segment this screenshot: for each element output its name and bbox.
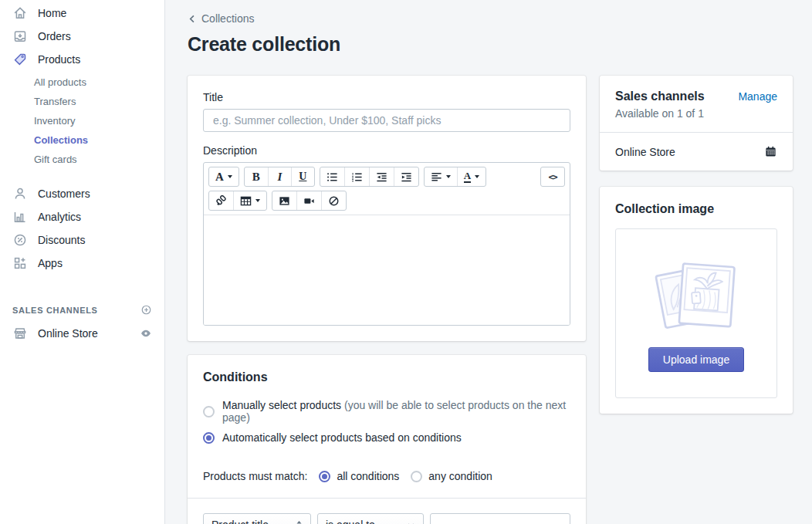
title-input[interactable] <box>203 109 570 132</box>
apps-icon <box>12 255 28 271</box>
numbered-list-icon <box>351 171 363 183</box>
sidebar-item-label: Online Store <box>38 327 98 340</box>
home-icon <box>12 5 28 21</box>
description-textarea[interactable] <box>204 215 570 325</box>
sidebar-item-gift-cards[interactable]: Gift cards <box>0 150 164 169</box>
sidebar-item-label: Orders <box>38 30 71 42</box>
text-color-button[interactable]: A <box>457 167 486 186</box>
collection-image-title: Collection image <box>615 202 777 216</box>
underline-button[interactable]: U <box>291 167 314 186</box>
condition-relation-select[interactable]: is equal to <box>317 513 424 524</box>
condition-row: Product title is equal to <box>188 498 586 524</box>
condition-field-select[interactable]: Product title <box>203 513 311 524</box>
chevron-left-icon <box>188 14 198 24</box>
sidebar-item-home[interactable]: Home <box>0 2 164 25</box>
sales-channels-header: SALES CHANNELS <box>0 299 164 320</box>
match-any-radio[interactable] <box>411 471 422 482</box>
sidebar-item-all-products[interactable]: All products <box>0 73 164 92</box>
photos-placeholder-illustration <box>648 255 745 334</box>
match-any-label: any condition <box>428 470 492 482</box>
breadcrumb[interactable]: Collections <box>188 12 254 25</box>
bold-button[interactable]: B <box>245 167 268 186</box>
analytics-icon <box>12 209 28 225</box>
products-match-label: Products must match: <box>203 470 307 482</box>
manual-select-radio[interactable] <box>203 406 215 418</box>
indent-button[interactable] <box>394 167 418 186</box>
underline-icon: U <box>299 171 306 183</box>
clear-formatting-button[interactable] <box>321 191 346 210</box>
view-store-eye-icon[interactable] <box>140 327 152 340</box>
sidebar-item-apps[interactable]: Apps <box>0 252 164 275</box>
sidebar-item-customers[interactable]: Customers <box>0 182 164 205</box>
insert-image-button[interactable] <box>272 191 296 210</box>
sidebar-item-label: Analytics <box>38 211 81 223</box>
add-channel-icon[interactable] <box>140 304 152 316</box>
sidebar-item-discounts[interactable]: Discounts <box>0 228 164 252</box>
sidebar-item-orders[interactable]: Orders <box>0 25 164 48</box>
sales-channels-card: Sales channels Manage Available on 1 of … <box>600 76 793 171</box>
font-style-button[interactable]: A <box>209 167 239 186</box>
sidebar-item-label: Discounts <box>38 234 85 246</box>
products-match-row: Products must match: all conditions any … <box>203 470 570 482</box>
bold-icon: B <box>252 171 260 184</box>
auto-select-label: Automatically select products based on c… <box>222 431 462 444</box>
match-any-option[interactable]: any condition <box>411 470 492 482</box>
sidebar-item-label: Apps <box>38 257 63 269</box>
sales-channels-header-label: SALES CHANNELS <box>12 306 98 315</box>
bulleted-list-button[interactable] <box>320 167 344 186</box>
collection-image-card: Collection image <box>600 187 793 414</box>
orders-icon <box>12 29 28 44</box>
sidebar-item-products[interactable]: Products <box>0 48 164 71</box>
products-subnav: All products Transfers Inventory Collect… <box>0 71 164 172</box>
upload-image-button[interactable]: Upload image <box>648 347 744 372</box>
sidebar: Home Orders Products All products Transf… <box>0 0 165 524</box>
dropdown-caret-icon <box>228 175 232 178</box>
description-editor: A B I U <box>203 162 570 326</box>
match-all-radio[interactable] <box>319 471 330 482</box>
products-icon <box>12 52 28 67</box>
alignment-button[interactable] <box>425 167 457 186</box>
insert-video-button[interactable] <box>296 191 321 210</box>
sidebar-item-inventory[interactable]: Inventory <box>0 111 164 130</box>
indent-icon <box>401 171 412 183</box>
sidebar-item-online-store[interactable]: Online Store <box>0 320 164 347</box>
condition-field-value: Product title <box>211 519 269 524</box>
numbered-list-button[interactable] <box>344 167 369 186</box>
dropdown-caret-icon <box>446 175 451 178</box>
match-all-option[interactable]: all conditions <box>319 470 399 482</box>
table-icon <box>240 195 252 207</box>
html-code-button[interactable]: <> <box>541 167 564 186</box>
manual-select-option[interactable]: Manually select products (you will be ab… <box>203 399 570 424</box>
insert-link-button[interactable] <box>209 191 233 210</box>
insert-table-button[interactable] <box>233 191 266 210</box>
image-dropzone[interactable]: Upload image <box>615 228 777 398</box>
online-store-channel-row: Online Store <box>600 132 793 171</box>
sidebar-bottom-group: Customers Analytics Discounts Apps <box>0 182 164 275</box>
rte-toolbar: A B I U <box>204 163 570 215</box>
outdent-button[interactable] <box>369 167 394 186</box>
bulleted-list-icon <box>326 171 338 183</box>
link-icon <box>215 195 227 207</box>
condition-value-input[interactable] <box>430 513 570 524</box>
manage-channels-link[interactable]: Manage <box>738 90 777 103</box>
chevron-down-icon <box>407 521 415 524</box>
online-store-icon <box>12 326 28 341</box>
italic-button[interactable]: I <box>268 167 291 186</box>
sidebar-item-collections[interactable]: Collections <box>0 130 164 150</box>
updown-arrows-icon <box>296 520 303 524</box>
dropdown-caret-icon <box>475 175 479 178</box>
calendar-icon[interactable] <box>764 145 777 158</box>
clear-formatting-icon <box>328 195 340 207</box>
sidebar-item-analytics[interactable]: Analytics <box>0 205 164 228</box>
dropdown-caret-icon <box>255 199 260 202</box>
auto-select-radio[interactable] <box>203 432 215 444</box>
conditions-title: Conditions <box>203 370 570 384</box>
align-left-icon <box>431 171 442 183</box>
video-icon <box>303 195 315 207</box>
manual-select-label: Manually select products (you will be ab… <box>222 399 570 424</box>
image-icon <box>279 195 290 207</box>
sidebar-item-label: Home <box>38 7 66 19</box>
discounts-icon <box>12 232 28 248</box>
auto-select-option[interactable]: Automatically select products based on c… <box>203 431 570 444</box>
sidebar-item-transfers[interactable]: Transfers <box>0 92 164 111</box>
